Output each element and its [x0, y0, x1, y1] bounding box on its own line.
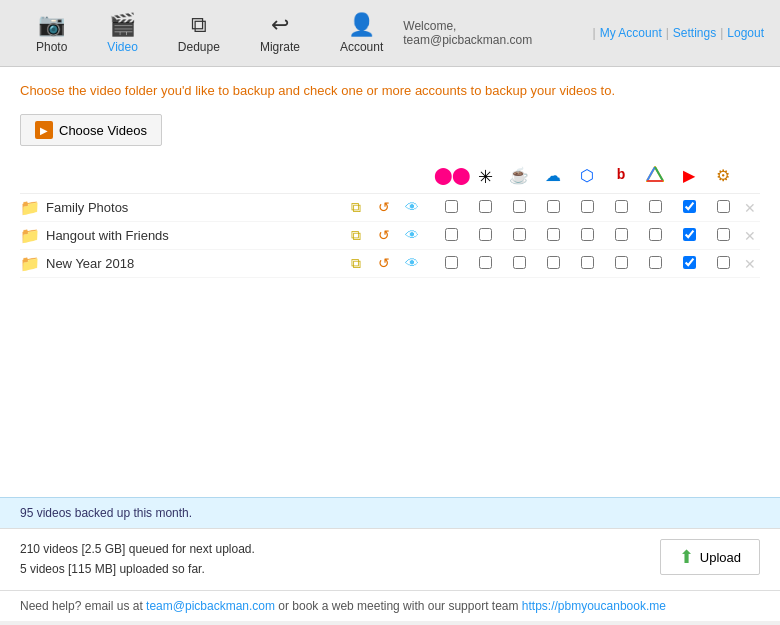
nav-migrate[interactable]: ↩ Migrate [240, 8, 320, 58]
check-custom[interactable] [706, 228, 740, 244]
gdrive-col-header [638, 166, 672, 189]
check-backblaze[interactable] [604, 228, 638, 244]
account-icon: 👤 [348, 12, 375, 38]
custom-icon: ⚙ [706, 166, 740, 185]
youtube-icon: ▶ [672, 166, 706, 185]
eye-button[interactable]: 👁 [398, 227, 426, 244]
settings-link[interactable]: Settings [673, 26, 716, 40]
check-flickr[interactable] [434, 228, 468, 244]
delete-button[interactable]: ✕ [740, 256, 760, 272]
folder-cell: 📁 Family Photos [20, 198, 342, 217]
nav-account[interactable]: 👤 Account [320, 8, 403, 58]
header: 📷 Photo 🎬 Video ⧉ Dedupe ↩ Migrate 👤 Acc… [0, 0, 780, 67]
check-onedrive[interactable] [536, 228, 570, 244]
check-youtube[interactable] [672, 228, 706, 244]
help-text: Need help? email us at [20, 599, 143, 613]
action-cols: ⧉ ↺ 👁 [342, 255, 426, 272]
check-onedrive[interactable] [536, 200, 570, 216]
folder-cell: 📁 Hangout with Friends [20, 226, 342, 245]
play-icon [35, 121, 53, 139]
video-icon: 🎬 [109, 12, 136, 38]
google-photos-icon: ✳ [468, 166, 502, 188]
copy-button[interactable]: ⧉ [342, 255, 370, 272]
check-gphotos[interactable] [468, 228, 502, 244]
eye-button[interactable]: 👁 [398, 199, 426, 216]
check-hulu[interactable] [502, 256, 536, 272]
check-gphotos[interactable] [468, 200, 502, 216]
check-onedrive[interactable] [536, 256, 570, 272]
nav-photo[interactable]: 📷 Photo [16, 8, 87, 58]
service-checks: ✕ [434, 256, 760, 272]
folder-icon: 📁 [20, 198, 40, 217]
nav-migrate-label: Migrate [260, 40, 300, 54]
youtube-col-header: ▶ [672, 166, 706, 189]
nav-account-label: Account [340, 40, 383, 54]
table-header: ⬤⬤ ✳ ☕ ☁ ⬡ b [20, 166, 760, 194]
help-email-link[interactable]: team@picbackman.com [146, 599, 275, 613]
check-dropbox[interactable] [570, 200, 604, 216]
custom-col-header: ⚙ [706, 166, 740, 189]
help-booking-link[interactable]: https://pbmyoucanbook.me [522, 599, 666, 613]
folder-name: Hangout with Friends [46, 228, 169, 243]
eye-button[interactable]: 👁 [398, 255, 426, 272]
table-row: 📁 New Year 2018 ⧉ ↺ 👁 ✕ [20, 250, 760, 278]
footer-backed-up: 95 videos backed up this month. [0, 497, 780, 528]
check-flickr[interactable] [434, 200, 468, 216]
folder-cell: 📁 New Year 2018 [20, 254, 342, 273]
copy-button[interactable]: ⧉ [342, 199, 370, 216]
copy-button[interactable]: ⧉ [342, 227, 370, 244]
choose-videos-button[interactable]: Choose Videos [20, 114, 162, 146]
upload-button[interactable]: ⬆ Upload [660, 539, 760, 575]
check-gdrive[interactable] [638, 256, 672, 272]
check-gdrive[interactable] [638, 228, 672, 244]
logout-link[interactable]: Logout [727, 26, 764, 40]
check-custom[interactable] [706, 256, 740, 272]
nav-dedupe-label: Dedupe [178, 40, 220, 54]
check-youtube[interactable] [672, 256, 706, 272]
folders-table: ⬤⬤ ✳ ☕ ☁ ⬡ b [20, 166, 760, 278]
check-youtube[interactable] [672, 200, 706, 216]
folder-name: Family Photos [46, 200, 128, 215]
table-row: 📁 Family Photos ⧉ ↺ 👁 ✕ [20, 194, 760, 222]
sep3: | [720, 26, 723, 40]
upload-icon: ⬆ [679, 546, 694, 568]
delete-button[interactable]: ✕ [740, 228, 760, 244]
undo-button[interactable]: ↺ [370, 199, 398, 216]
backblaze-col-header: b [604, 166, 638, 189]
check-dropbox[interactable] [570, 256, 604, 272]
check-hulu[interactable] [502, 200, 536, 216]
onedrive-icon: ☁ [536, 166, 570, 185]
queued-text: 210 videos [2.5 GB] queued for next uplo… [20, 539, 255, 559]
nav-photo-label: Photo [36, 40, 67, 54]
check-dropbox[interactable] [570, 228, 604, 244]
check-backblaze[interactable] [604, 200, 638, 216]
choose-videos-label: Choose Videos [59, 123, 147, 138]
my-account-link[interactable]: My Account [600, 26, 662, 40]
sep1: | [593, 26, 596, 40]
nav-video[interactable]: 🎬 Video [87, 8, 157, 58]
service-checks: ✕ [434, 228, 760, 244]
delete-button[interactable]: ✕ [740, 200, 760, 216]
check-backblaze[interactable] [604, 256, 638, 272]
check-flickr[interactable] [434, 256, 468, 272]
dedupe-icon: ⧉ [191, 12, 207, 38]
hulu-icon: ☕ [502, 166, 536, 185]
action-cols: ⧉ ↺ 👁 [342, 227, 426, 244]
help-text2: or book a web meeting with our support t… [278, 599, 518, 613]
footer-help: Need help? email us at team@picbackman.c… [0, 590, 780, 621]
nav-dedupe[interactable]: ⧉ Dedupe [158, 8, 240, 58]
undo-button[interactable]: ↺ [370, 227, 398, 244]
undo-button[interactable]: ↺ [370, 255, 398, 272]
check-custom[interactable] [706, 200, 740, 216]
check-gphotos[interactable] [468, 256, 502, 272]
check-hulu[interactable] [502, 228, 536, 244]
upload-button-label: Upload [700, 550, 741, 565]
check-gdrive[interactable] [638, 200, 672, 216]
uploaded-text: 5 videos [115 MB] uploaded so far. [20, 559, 255, 579]
folder-icon: 📁 [20, 226, 40, 245]
backblaze-icon: b [604, 166, 638, 182]
header-right: Welcome, team@picbackman.com | My Accoun… [403, 19, 764, 47]
welcome-text: Welcome, team@picbackman.com [403, 19, 588, 47]
table-row: 📁 Hangout with Friends ⧉ ↺ 👁 ✕ [20, 222, 760, 250]
google-photos-col-header: ✳ [468, 166, 502, 189]
